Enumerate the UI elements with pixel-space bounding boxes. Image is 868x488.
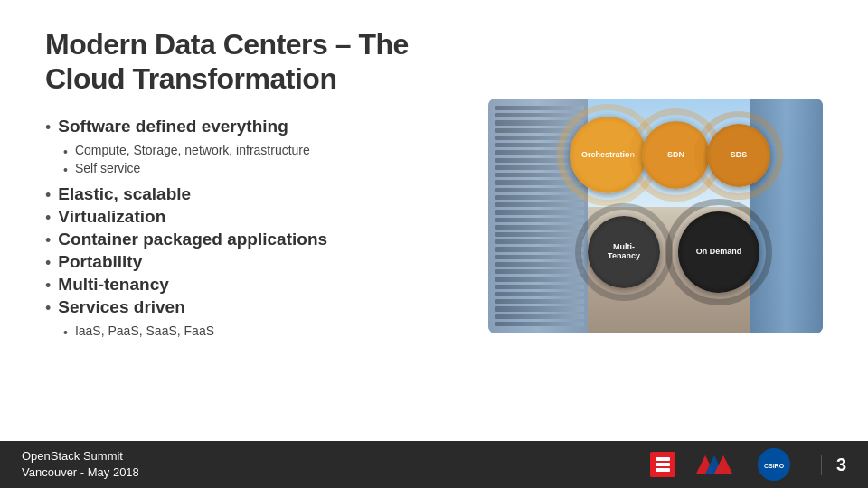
logo-openstack: [650, 452, 675, 477]
bullet-sde: • Software defined everything • Compute,…: [45, 117, 479, 183]
bullet-iaas-text: IaaS, PaaS, SaaS, FaaS: [75, 324, 214, 338]
bullet-virt: • Virtualization: [45, 207, 479, 228]
bullet-compute: • Compute, Storage, network, infrastruct…: [63, 143, 479, 159]
gear-sdn-label: SDN: [667, 151, 684, 160]
svg-text:CSIRO: CSIRO: [764, 463, 785, 469]
bullet-services-item: • Services driven: [45, 297, 479, 318]
gear-on-demand: On Demand: [678, 211, 760, 293]
footer-line2: Vancouver - May 2018: [22, 465, 139, 481]
bullet-services: • Services driven • IaaS, PaaS, SaaS, Fa…: [45, 297, 479, 345]
gear-multi-tenancy: Multi-Tenancy: [588, 216, 660, 288]
slide: Modern Data Centers – The Cloud Transfor…: [0, 0, 868, 488]
bullet-services-text: Services driven: [58, 297, 184, 317]
bullet-portability: • Portability: [45, 252, 479, 273]
page-title: Modern Data Centers – The Cloud Transfor…: [45, 27, 479, 97]
gears-overlay: Orchestration SDN SDS Multi-Tenancy On D: [488, 99, 823, 333]
bullet-dot: •: [45, 299, 51, 318]
sub-bullets-sde: • Compute, Storage, network, infrastruct…: [63, 143, 479, 177]
svg-rect-2: [656, 468, 670, 472]
gear-sds-label: SDS: [731, 151, 748, 160]
bullet-multitenancy: • Multi-tenancy: [45, 275, 479, 296]
sub-dot: •: [63, 145, 68, 159]
left-column: Modern Data Centers – The Cloud Transfor…: [45, 27, 479, 432]
logo-mellanox: [692, 451, 741, 478]
bullet-iaas: • IaaS, PaaS, SaaS, FaaS: [63, 324, 479, 340]
bullet-compute-text: Compute, Storage, network, infrastructur…: [75, 143, 310, 157]
bullet-selfservice-text: Self service: [75, 161, 140, 175]
csiro-icon: CSIRO: [762, 453, 786, 476]
bullet-portability-text: Portability: [58, 252, 142, 272]
mellanox-icon: [692, 451, 741, 478]
bullet-dot: •: [45, 277, 51, 296]
right-column: Orchestration SDN SDS Multi-Tenancy On D: [479, 27, 823, 432]
bullet-dot: •: [45, 118, 51, 137]
sub-dot: •: [63, 325, 68, 340]
footer-text: OpenStack Summit Vancouver - May 2018: [22, 448, 139, 481]
diagram-background: Orchestration SDN SDS Multi-Tenancy On D: [488, 99, 823, 333]
footer-logos: CSIRO 3: [650, 448, 846, 481]
gear-sds: SDS: [707, 124, 770, 187]
gear-multi-label: Multi-Tenancy: [608, 243, 640, 261]
bullet-container-text: Container packaged applications: [58, 230, 327, 249]
bullet-multitenancy-text: Multi-tenancy: [58, 275, 168, 295]
footer-bar: OpenStack Summit Vancouver - May 2018: [0, 441, 868, 488]
bullet-dot: •: [45, 186, 51, 205]
bullet-selfservice: • Self service: [63, 161, 479, 177]
bullet-elastic: • Elastic, scalable: [45, 184, 479, 205]
logo-csiro: CSIRO: [758, 448, 790, 481]
svg-rect-0: [656, 457, 670, 461]
gear-orchestration-label: Orchestration: [581, 151, 635, 160]
main-content: Modern Data Centers – The Cloud Transfor…: [0, 0, 868, 441]
bullet-sde-item: • Software defined everything: [45, 117, 479, 137]
bullet-container: • Container packaged applications: [45, 230, 479, 250]
gear-ondemand-label: On Demand: [696, 248, 742, 257]
openstack-icon: [654, 455, 672, 474]
bullet-sde-text: Software defined everything: [58, 117, 288, 136]
sub-dot: •: [63, 163, 68, 177]
bullet-dot: •: [45, 209, 51, 228]
bullet-dot: •: [45, 254, 51, 273]
sub-bullets-services: • IaaS, PaaS, SaaS, FaaS: [63, 324, 479, 340]
bullet-elastic-text: Elastic, scalable: [58, 184, 191, 204]
page-number: 3: [821, 455, 846, 475]
bullet-dot: •: [45, 231, 51, 250]
footer-line1: OpenStack Summit: [22, 448, 139, 465]
svg-rect-1: [656, 463, 670, 466]
bullet-virt-text: Virtualization: [58, 207, 165, 227]
diagram: Orchestration SDN SDS Multi-Tenancy On D: [488, 99, 823, 361]
openstack-logo-box: [650, 452, 675, 477]
